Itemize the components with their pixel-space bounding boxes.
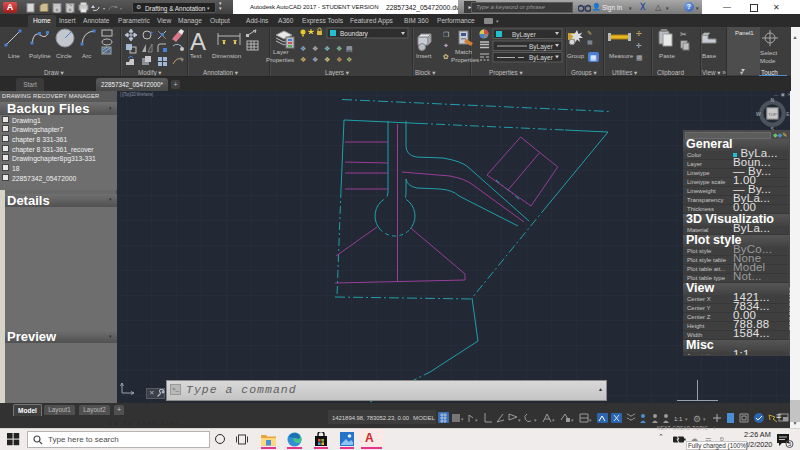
svg-text:▾: ▾ (475, 417, 478, 423)
svg-text:▦: ▦ (587, 39, 593, 45)
svg-text:✢: ✢ (636, 30, 642, 37)
svg-text:▾: ▾ (534, 417, 537, 423)
svg-text:5: 5 (788, 441, 792, 447)
svg-text:ByLayer: ByLayer (529, 43, 554, 51)
svg-text:·: · (114, 31, 116, 37)
svg-text:N: N (770, 97, 774, 103)
svg-text:⚙: ⚙ (693, 414, 701, 424)
svg-text:❖: ❖ (312, 56, 318, 63)
svg-text:✎: ✎ (587, 30, 592, 36)
svg-text:✛: ✛ (636, 42, 642, 49)
svg-text:✂: ✂ (680, 30, 687, 39)
svg-text:W: W (756, 111, 761, 117)
svg-text:▾: ▾ (461, 416, 464, 422)
svg-text:❖: ❖ (336, 45, 342, 52)
svg-text:▦: ▦ (636, 54, 643, 61)
svg-text:▦: ▦ (590, 54, 597, 61)
svg-text:❐: ❐ (443, 31, 449, 38)
svg-text:❖: ❖ (324, 45, 330, 52)
svg-text:ByLayer: ByLayer (512, 31, 537, 39)
svg-text:A: A (190, 28, 206, 55)
svg-text:▾: ▾ (571, 417, 574, 423)
svg-text:❖: ❖ (346, 56, 352, 63)
svg-text:❖: ❖ (324, 56, 330, 63)
svg-text:❖: ❖ (300, 56, 306, 63)
svg-text:Boundary: Boundary (340, 30, 369, 38)
svg-text:❖: ❖ (336, 56, 342, 63)
svg-text:▾: ▾ (552, 417, 555, 423)
svg-text:▾: ▾ (518, 417, 521, 423)
svg-text:▾: ▾ (120, 6, 122, 11)
svg-text:✿: ✿ (443, 53, 449, 60)
svg-text:Panel1: Panel1 (735, 30, 754, 36)
svg-text:▤: ▤ (346, 45, 353, 52)
svg-text:✦: ✦ (443, 42, 449, 49)
svg-text:❖: ❖ (312, 45, 318, 52)
svg-text:TOP: TOP (768, 112, 777, 117)
svg-text:▾: ▾ (685, 416, 688, 422)
svg-text:❖: ❖ (300, 45, 306, 52)
svg-text:▾: ▾ (103, 6, 105, 11)
svg-text:▾: ▾ (703, 416, 706, 422)
svg-text:▾: ▾ (589, 417, 592, 423)
svg-text:1:1: 1:1 (674, 416, 683, 422)
svg-text:ByLayer: ByLayer (529, 54, 554, 62)
